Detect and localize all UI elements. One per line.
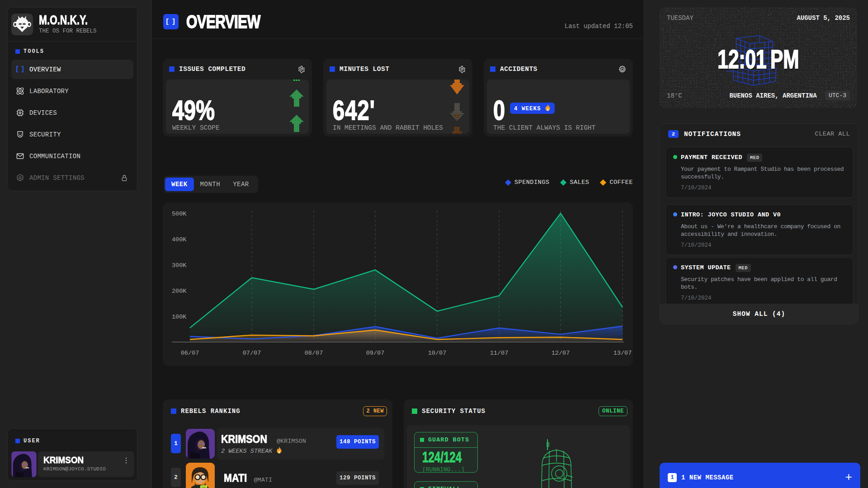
- svg-text:08/07: 08/07: [305, 350, 323, 357]
- svg-text:100K: 100K: [172, 314, 187, 320]
- svg-text:200K: 200K: [172, 288, 187, 295]
- svg-text:12/07: 12/07: [552, 350, 570, 357]
- svg-text:13/07: 13/07: [613, 350, 632, 357]
- svg-text:06/07: 06/07: [181, 350, 199, 357]
- svg-text:300K: 300K: [172, 262, 187, 269]
- svg-text:07/07: 07/07: [243, 350, 261, 357]
- svg-text:11/07: 11/07: [490, 350, 509, 357]
- svg-text:500K: 500K: [172, 211, 187, 217]
- svg-text:10/07: 10/07: [428, 350, 447, 357]
- svg-text:400K: 400K: [172, 236, 187, 243]
- svg-text:09/07: 09/07: [366, 350, 385, 357]
